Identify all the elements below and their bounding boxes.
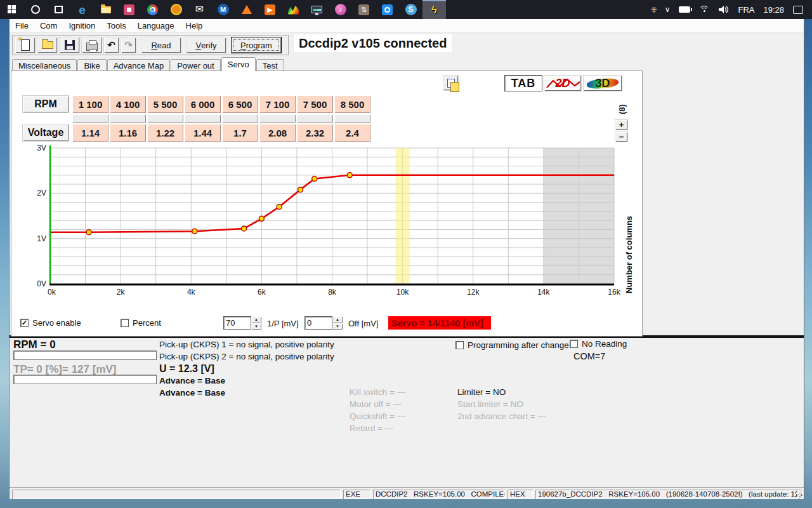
view-3d-button[interactable]: 3D	[583, 75, 622, 91]
taskbar-icon-maps-m[interactable]: M	[211, 0, 235, 19]
taskbar-icon-file-explorer[interactable]	[94, 0, 117, 19]
view-2d-button[interactable]: 2D	[544, 75, 582, 91]
language-indicator[interactable]: FRA	[738, 5, 754, 15]
no-reading-checkbox[interactable]: No Reading	[570, 339, 627, 349]
chevron-down-icon[interactable]: ∨	[665, 6, 671, 13]
kill-switch-status: Kill switch = —	[350, 387, 405, 397]
program-button[interactable]: Program	[231, 37, 282, 53]
servo-voltage-chart[interactable]: 0V1V2V3V0k2k4k6k8k10k12k14k16k	[23, 143, 643, 299]
menu-item-ignition[interactable]: Ignition	[63, 19, 101, 33]
pickup1-status: Pick-up (CKPS) 1 = no signal, positive p…	[159, 340, 334, 349]
taskbar-icon-ignition-app[interactable]: ϟ	[422, 0, 446, 19]
taskbar-icon-messenger[interactable]	[376, 0, 399, 19]
battery-icon[interactable]	[679, 6, 690, 13]
voltage-row-cells: 1.141.161.221.441.72.082.322.4	[72, 124, 370, 142]
p-spin-up[interactable]: ▲	[251, 316, 261, 323]
p-value-input[interactable]: 70	[223, 316, 251, 330]
connection-status-title: Dccdip2 v105 connected	[294, 34, 452, 52]
menu-item-language[interactable]: Language	[132, 19, 180, 33]
tab-test[interactable]: Test	[256, 59, 284, 71]
taskbar-icon-media-player[interactable]: ▶	[258, 0, 282, 19]
taskbar-icon-store[interactable]	[117, 0, 141, 19]
menu-item-tools[interactable]: Tools	[101, 19, 131, 33]
verify-button[interactable]: Verify	[186, 37, 226, 53]
advance-status-2: Advance = Base	[159, 388, 225, 398]
tab-advance-map[interactable]: Advance Map	[107, 59, 171, 71]
voltage-cell-2[interactable]: 1.22	[147, 124, 183, 142]
print-button[interactable]	[81, 37, 102, 53]
status-bar: EXE DCCDIP2 RSKEY=105.00 COMPILE=2019_04…	[10, 488, 804, 499]
rpm-cell-6[interactable]: 7 500	[297, 95, 333, 113]
voltage-cell-0[interactable]: 1.14	[72, 124, 108, 142]
tab-power-out[interactable]: Power out	[171, 59, 221, 71]
taskbar-icon-system-monitor[interactable]	[305, 0, 329, 19]
save-button[interactable]	[59, 37, 80, 53]
open-file-button[interactable]	[37, 37, 58, 53]
app-window: FileComIgnitionToolsLanguageHelp ↶ ↷ Rea…	[9, 19, 804, 499]
undo-button[interactable]: ↶	[103, 37, 119, 53]
servo-enable-checkbox[interactable]: ✓ Servo enable	[20, 318, 81, 328]
voltage-cell-5[interactable]: 2.08	[259, 124, 296, 142]
menu-item-help[interactable]: Help	[180, 19, 209, 33]
off-value-input[interactable]: 0	[304, 316, 332, 330]
taskbar-icon-graphics-3d[interactable]	[282, 0, 305, 19]
rpm-cell-5[interactable]: 7 100	[259, 95, 296, 113]
servo-status-badge: Servo = 14/1140 [mV]	[388, 316, 491, 330]
voltage-row-header[interactable]: Voltage	[22, 124, 69, 142]
copy-table-button[interactable]	[443, 75, 459, 91]
taskbar-icon-edge[interactable]: e	[70, 0, 94, 19]
resize-grip[interactable]	[795, 491, 803, 499]
rpm-cell-0[interactable]: 1 100	[72, 95, 108, 113]
programming-after-change-checkbox[interactable]: Programming after change	[455, 340, 569, 350]
tab-bike[interactable]: Bike	[77, 59, 106, 71]
voltage-cell-3[interactable]: 1.44	[185, 124, 221, 142]
rpm-cell-2[interactable]: 5 500	[147, 95, 183, 113]
pickup2-status: Pick-up (CKPS) 2 = no signal, positive p…	[159, 352, 334, 361]
p-spin-down[interactable]: ▼	[251, 323, 261, 330]
taskbar-icon-skype[interactable]: S	[399, 0, 422, 19]
view-tab-button[interactable]: TAB	[504, 75, 542, 91]
rpm-cell-3[interactable]: 6 000	[185, 95, 221, 113]
taskbar-icon-media-ring[interactable]	[164, 0, 188, 19]
taskbar-icon-vlc[interactable]	[235, 0, 258, 19]
tab-miscellaneous[interactable]: Miscellaneous	[12, 59, 77, 71]
rpm-cell-1[interactable]: 4 100	[110, 95, 146, 113]
remove-column-button[interactable]: −	[615, 131, 628, 142]
new-file-button[interactable]	[15, 37, 36, 53]
redo-icon: ↷	[124, 39, 133, 51]
read-button[interactable]: Read	[141, 37, 181, 53]
wifi-icon[interactable]	[699, 6, 709, 13]
svg-text:14k: 14k	[537, 288, 550, 297]
clock[interactable]: 19:28	[763, 5, 784, 15]
rpm-row-cells: 1 1004 1005 5006 0006 5007 1007 5008 500	[72, 95, 370, 113]
menu-item-com[interactable]: Com	[34, 19, 63, 33]
spacer-cell-3	[185, 114, 221, 123]
people-icon[interactable]: ꔰ	[650, 6, 655, 14]
voltage-cell-6[interactable]: 2.32	[297, 124, 333, 142]
taskbar-icon-phone-link[interactable]: ⇅	[352, 0, 376, 19]
taskbar-icon-mail[interactable]: ✉	[188, 0, 211, 19]
taskbar-icon-start[interactable]	[0, 0, 23, 19]
percent-checkbox[interactable]: Percent	[121, 318, 161, 328]
add-column-button[interactable]: +	[615, 119, 628, 130]
spacer-cell-6	[297, 114, 333, 123]
taskbar-icon-task-view[interactable]	[47, 0, 70, 19]
voltage-cell-4[interactable]: 1.7	[222, 124, 258, 142]
undo-icon: ↶	[107, 39, 115, 51]
tab-servo[interactable]: Servo	[221, 57, 256, 71]
volume-icon[interactable]	[718, 5, 729, 14]
action-center-icon[interactable]	[793, 6, 803, 14]
off-spin-up[interactable]: ▲	[332, 316, 343, 323]
voltage-cell-7[interactable]: 2.4	[334, 124, 370, 142]
rpm-row-header[interactable]: RPM	[22, 95, 69, 113]
taskbar-icon-chrome[interactable]	[141, 0, 164, 19]
rpm-cell-4[interactable]: 6 500	[222, 95, 258, 113]
redo-button[interactable]: ↷	[121, 37, 136, 53]
menu-item-file[interactable]: File	[10, 19, 34, 33]
off-spin-down[interactable]: ▼	[332, 323, 343, 330]
no-reading-label: No Reading	[582, 339, 627, 349]
voltage-cell-1[interactable]: 1.16	[110, 124, 146, 142]
rpm-cell-7[interactable]: 8 500	[334, 95, 370, 113]
taskbar-icon-search[interactable]	[23, 0, 47, 19]
taskbar-icon-itunes[interactable]: ♪	[329, 0, 352, 19]
